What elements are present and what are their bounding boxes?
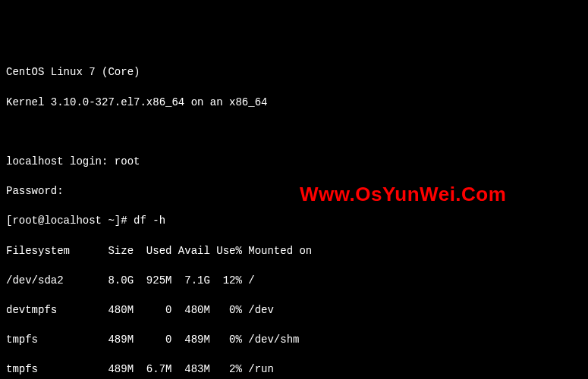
df-header: Filesystem Size Used Avail Use% Mounted … xyxy=(6,244,582,259)
df-row: tmpfs 489M 6.7M 483M 2% /run xyxy=(6,362,582,377)
os-header: CentOS Linux 7 (Core) xyxy=(6,65,582,80)
shell-prompt-df[interactable]: [root@localhost ~]# df -h xyxy=(6,214,582,229)
blank-line xyxy=(6,125,582,140)
df-row: tmpfs 489M 0 489M 0% /dev/shm xyxy=(6,333,582,348)
df-row: devtmpfs 480M 0 480M 0% /dev xyxy=(6,303,582,318)
kernel-header: Kernel 3.10.0-327.el7.x86_64 on an x86_6… xyxy=(6,96,582,111)
watermark-text: Www.OsYunWei.Com xyxy=(300,180,506,208)
login-prompt[interactable]: localhost login: root xyxy=(6,155,582,170)
df-row: /dev/sda2 8.0G 925M 7.1G 12% / xyxy=(6,274,582,289)
